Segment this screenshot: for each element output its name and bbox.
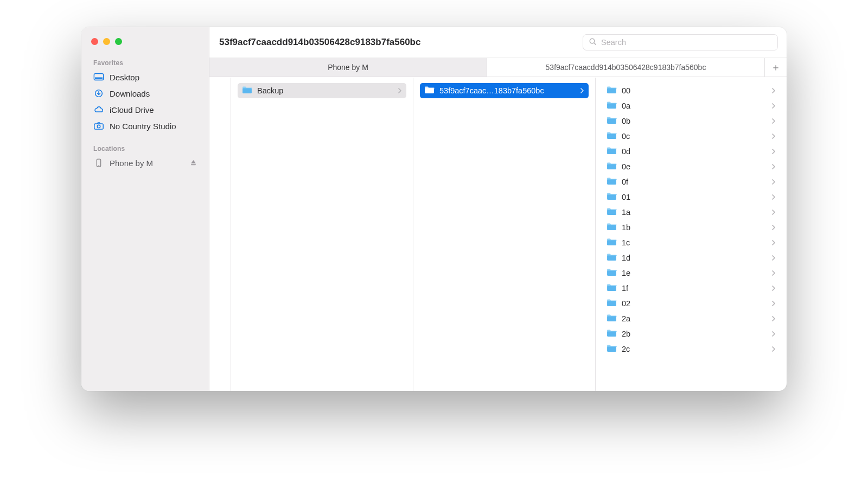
folder-icon bbox=[607, 116, 617, 126]
folder-row[interactable]: 1d bbox=[602, 250, 780, 265]
svg-rect-12 bbox=[607, 88, 616, 93]
svg-rect-21 bbox=[607, 225, 616, 230]
desktop-icon bbox=[93, 72, 104, 82]
svg-rect-20 bbox=[607, 210, 616, 215]
folder-icon bbox=[607, 177, 617, 187]
svg-rect-23 bbox=[607, 256, 616, 261]
sidebar: Favorites Desktop Downloads iCloud Drive bbox=[81, 27, 209, 391]
main-area: 53f9acf7caacdd914b03506428c9183b7fa560bc… bbox=[209, 27, 787, 391]
folder-row[interactable]: 1b bbox=[602, 220, 780, 235]
folder-label: 1e bbox=[622, 269, 767, 277]
column-1[interactable]: Backup bbox=[231, 78, 413, 391]
chevron-right-icon bbox=[580, 86, 584, 95]
folder-label: 1c bbox=[622, 238, 767, 247]
folder-row[interactable]: 00 bbox=[602, 83, 780, 98]
sidebar-item-desktop[interactable]: Desktop bbox=[88, 69, 202, 85]
cloud-icon bbox=[93, 105, 104, 115]
sidebar-item-icloud-drive[interactable]: iCloud Drive bbox=[88, 102, 202, 118]
tab-hash-folder[interactable]: 53f9acf7caacdd914b03506428c9183b7fa560bc bbox=[487, 58, 765, 77]
sidebar-item-label: iCloud Drive bbox=[110, 105, 154, 115]
tab-label: 53f9acf7caacdd914b03506428c9183b7fa560bc bbox=[546, 63, 706, 72]
folder-icon bbox=[607, 283, 617, 293]
chevron-right-icon bbox=[771, 86, 776, 95]
zoom-window-button[interactable] bbox=[115, 38, 122, 45]
svg-rect-26 bbox=[607, 301, 616, 306]
folder-icon bbox=[607, 131, 617, 141]
sidebar-item-label: Downloads bbox=[110, 89, 150, 98]
chevron-right-icon bbox=[771, 330, 776, 338]
download-icon bbox=[93, 88, 104, 98]
folder-label: 2b bbox=[622, 330, 767, 338]
svg-rect-7 bbox=[191, 164, 196, 165]
svg-rect-14 bbox=[607, 119, 616, 124]
folder-row[interactable]: 0a bbox=[602, 98, 780, 113]
sidebar-section-favorites: Favorites bbox=[88, 56, 202, 69]
folder-icon bbox=[607, 223, 617, 232]
folder-label: 1f bbox=[622, 284, 767, 293]
folder-icon bbox=[607, 162, 617, 172]
folder-icon bbox=[607, 253, 617, 263]
toolbar: 53f9acf7caacdd914b03506428c9183b7fa560bc bbox=[209, 27, 787, 58]
chevron-right-icon bbox=[771, 238, 776, 247]
svg-rect-17 bbox=[607, 164, 616, 169]
svg-rect-13 bbox=[607, 104, 616, 109]
tab-bar: Phone by M 53f9acf7caacdd914b03506428c91… bbox=[209, 58, 787, 77]
folder-row[interactable]: 53f9acf7caac…183b7fa560bc bbox=[420, 83, 589, 98]
folder-row[interactable]: Backup bbox=[238, 83, 406, 98]
tab-phone-by-m[interactable]: Phone by M bbox=[209, 58, 487, 77]
folder-label: 02 bbox=[622, 299, 767, 308]
svg-rect-27 bbox=[607, 316, 616, 321]
svg-rect-22 bbox=[607, 240, 616, 245]
folder-label: 53f9acf7caac…183b7fa560bc bbox=[439, 86, 575, 95]
chevron-right-icon bbox=[771, 132, 776, 141]
folder-row[interactable]: 0b bbox=[602, 113, 780, 129]
folder-row[interactable]: 2b bbox=[602, 326, 780, 341]
svg-rect-11 bbox=[425, 88, 434, 93]
folder-row[interactable]: 0c bbox=[602, 129, 780, 144]
column-0-spacer bbox=[209, 78, 231, 391]
chevron-right-icon bbox=[771, 102, 776, 110]
column-2[interactable]: 53f9acf7caac…183b7fa560bc bbox=[413, 78, 596, 391]
svg-rect-6 bbox=[98, 165, 100, 166]
chevron-right-icon bbox=[771, 147, 776, 156]
folder-row[interactable]: 1c bbox=[602, 235, 780, 250]
folder-row[interactable]: 01 bbox=[602, 189, 780, 205]
sidebar-item-downloads[interactable]: Downloads bbox=[88, 85, 202, 102]
folder-row[interactable]: 02 bbox=[602, 296, 780, 311]
close-window-button[interactable] bbox=[91, 38, 98, 45]
new-tab-button[interactable]: ＋ bbox=[765, 58, 787, 77]
chevron-right-icon bbox=[771, 284, 776, 293]
folder-label: 2a bbox=[622, 314, 767, 323]
minimize-window-button[interactable] bbox=[103, 38, 110, 45]
eject-icon[interactable] bbox=[190, 159, 197, 168]
search-field[interactable] bbox=[583, 34, 778, 50]
column-3[interactable]: 000a0b0c0d0e0f011a1b1c1d1e1f022a2b2c bbox=[596, 78, 787, 391]
folder-row[interactable]: 0d bbox=[602, 144, 780, 159]
svg-rect-16 bbox=[607, 149, 616, 154]
svg-rect-3 bbox=[94, 124, 103, 129]
search-icon bbox=[589, 37, 597, 47]
folder-label: 1b bbox=[622, 223, 767, 232]
chevron-right-icon bbox=[771, 193, 776, 201]
folder-row[interactable]: 2c bbox=[602, 341, 780, 357]
folder-row[interactable]: 1f bbox=[602, 281, 780, 296]
folder-row[interactable]: 0f bbox=[602, 174, 780, 189]
folder-row[interactable]: 2a bbox=[602, 311, 780, 326]
chevron-right-icon bbox=[771, 314, 776, 323]
svg-line-9 bbox=[594, 43, 596, 45]
svg-point-4 bbox=[97, 125, 100, 128]
folder-row[interactable]: 0e bbox=[602, 159, 780, 174]
folder-icon bbox=[607, 344, 617, 354]
svg-rect-25 bbox=[607, 286, 616, 291]
sidebar-item-no-country-studio[interactable]: No Country Studio bbox=[88, 118, 202, 134]
folder-row[interactable]: 1a bbox=[602, 205, 780, 220]
tab-label: Phone by M bbox=[328, 63, 368, 72]
plus-icon: ＋ bbox=[771, 61, 781, 74]
folder-label: 1a bbox=[622, 208, 767, 217]
sidebar-item-phone-by-m[interactable]: Phone by M bbox=[88, 155, 202, 171]
svg-rect-19 bbox=[607, 195, 616, 200]
search-input[interactable] bbox=[601, 38, 772, 47]
folder-row[interactable]: 1e bbox=[602, 265, 780, 281]
chevron-right-icon bbox=[771, 208, 776, 217]
folder-icon bbox=[607, 329, 617, 339]
